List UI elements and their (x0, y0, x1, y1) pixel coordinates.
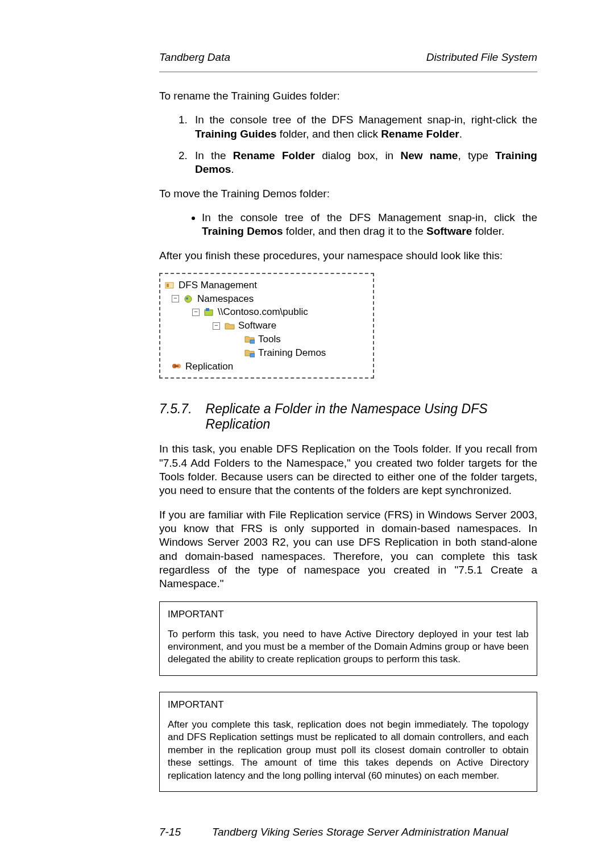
intro-move: To move the Training Demos folder: (159, 187, 537, 201)
tree-replication: Replication (165, 360, 367, 373)
dfs-management-icon (165, 281, 175, 290)
rename-steps: In the console tree of the DFS Managemen… (159, 113, 537, 176)
important-box-2: IMPORTANT After you complete this task, … (159, 692, 537, 792)
header-rule (159, 72, 537, 72)
tree-tools-label: Tools (258, 333, 281, 346)
tree-path-label: \\Contoso.com\public (218, 305, 308, 319)
svg-point-2 (185, 296, 192, 302)
svg-rect-7 (250, 354, 255, 357)
section-heading: 7.5.7. Replicate a Folder in the Namespa… (159, 401, 537, 432)
shared-folder-icon (244, 335, 255, 344)
after-text: After you finish these procedures, your … (159, 249, 537, 263)
important-body: To perform this task, you need to have A… (168, 628, 529, 666)
replication-icon (172, 362, 182, 371)
svg-rect-5 (206, 308, 209, 311)
page-number: 7-15 (159, 826, 181, 838)
tree-tools: Tools (165, 333, 367, 346)
tree-replication-label: Replication (185, 360, 233, 373)
tree-root-label: DFS Management (179, 279, 257, 292)
important-box-1: IMPORTANT To perform this task, you need… (159, 601, 537, 676)
tree-software-label: Software (238, 319, 276, 333)
svg-rect-6 (250, 340, 255, 343)
tree-training-demos-label: Training Demos (258, 346, 326, 360)
namespaces-icon (184, 294, 194, 304)
important-label: IMPORTANT (168, 609, 529, 620)
move-steps: In the console tree of the DFS Managemen… (159, 211, 537, 239)
move-step-1: In the console tree of the DFS Managemen… (202, 211, 537, 239)
shared-folder-icon (244, 348, 255, 358)
tree-path: − \\Contoso.com\public (165, 305, 367, 319)
important-body: After you complete this task, replicatio… (168, 719, 529, 782)
header-left: Tandberg Data (159, 51, 230, 64)
tree-training-demos: Training Demos (165, 346, 367, 360)
tree-software: − Software (165, 319, 367, 333)
section-para-1: In this task, you enable DFS Replication… (159, 442, 537, 497)
step-1: In the console tree of the DFS Managemen… (190, 113, 537, 141)
expander-icon: − (213, 322, 220, 330)
intro-rename: To rename the Training Guides folder: (159, 89, 537, 103)
tree-namespaces: − Namespaces (165, 292, 367, 306)
tree-namespaces-label: Namespaces (197, 292, 254, 306)
important-label: IMPORTANT (168, 699, 529, 711)
folder-icon (225, 321, 235, 330)
svg-point-3 (186, 297, 188, 300)
namespace-tree: DFS Management − Namespaces − \\Contoso.… (159, 273, 374, 379)
step-2: In the Rename Folder dialog box, in New … (190, 149, 537, 177)
running-header: Tandberg Data Distributed File System (159, 51, 537, 64)
svg-rect-1 (167, 284, 169, 287)
expander-icon: − (172, 295, 179, 302)
namespace-path-icon (204, 308, 214, 317)
section-number: 7.5.7. (159, 401, 192, 432)
section-title: Replicate a Folder in the Namespace Usin… (206, 401, 537, 432)
manual-title: Tandberg Viking Series Storage Server Ad… (212, 826, 508, 838)
section-para-2: If you are familiar with File Replicatio… (159, 508, 537, 591)
expander-icon: − (192, 309, 200, 316)
tree-root: DFS Management (165, 279, 367, 292)
page-footer: 7-15 Tandberg Viking Series Storage Serv… (159, 826, 537, 838)
header-right: Distributed File System (426, 51, 537, 64)
